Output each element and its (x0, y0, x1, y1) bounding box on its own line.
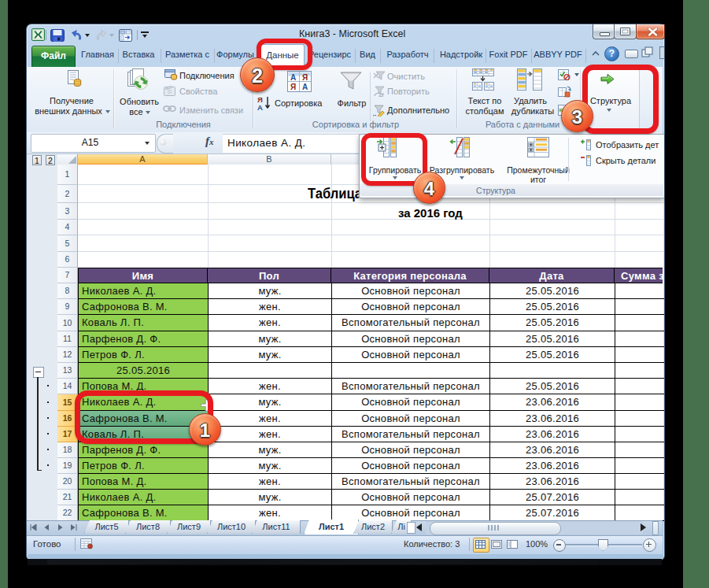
svg-text:А: А (257, 103, 263, 111)
svg-text:А: А (302, 83, 308, 91)
svg-text:Я: Я (290, 83, 296, 91)
svg-text:А: А (290, 73, 296, 82)
svg-text:Я: Я (302, 73, 308, 82)
